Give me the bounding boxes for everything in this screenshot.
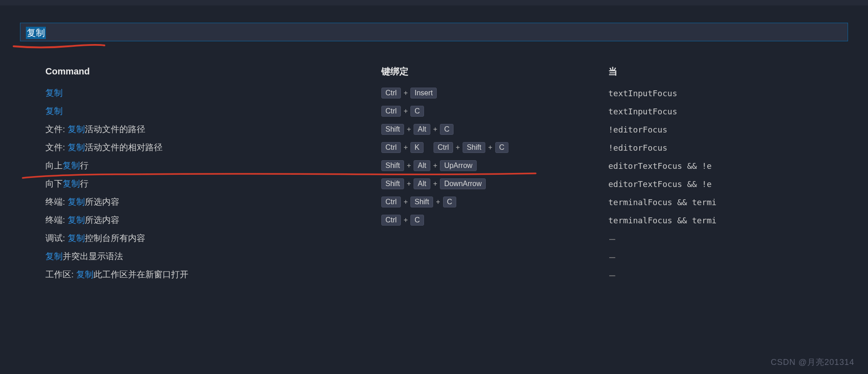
key: Ctrl [434, 142, 453, 153]
key: C [443, 197, 457, 207]
key: Alt [414, 124, 430, 135]
search-container: 复制 [20, 23, 868, 41]
keybinding-cell: Ctrl+Shift+C [381, 197, 608, 207]
watermark: CSDN @月亮201314 [771, 357, 854, 368]
key: Ctrl [381, 197, 401, 207]
command-cell: 调试: 复制控制台所有内容 [45, 232, 381, 244]
keybinding-cell: Shift+Alt+C [381, 124, 608, 135]
when-cell: terminalFocus && termi [608, 216, 868, 225]
table-row[interactable]: 向上复制行Shift+Alt+UpArroweditorTextFocus &&… [45, 157, 868, 175]
keybinding-cell: Ctrl+Insert [381, 88, 608, 98]
key: Shift [381, 124, 404, 135]
key: UpArrow [440, 160, 476, 171]
command-cell: 复制 [45, 87, 381, 99]
key: Insert [410, 88, 437, 98]
header-keybinding: 键绑定 [381, 65, 608, 78]
when-cell: — [608, 233, 868, 244]
when-cell: editorTextFocus && !e [608, 161, 868, 171]
when-cell: !editorFocus [608, 125, 868, 134]
keybinding-cell: Ctrl+C [381, 215, 608, 226]
key: Ctrl [381, 88, 401, 98]
table-row[interactable]: 工作区: 复制此工作区并在新窗口打开— [45, 266, 868, 284]
key: Alt [414, 178, 430, 189]
command-cell: 复制 [45, 105, 381, 117]
when-cell: — [608, 269, 868, 280]
when-cell: editorTextFocus && !e [608, 179, 868, 189]
command-cell: 文件: 复制活动文件的路径 [45, 123, 381, 135]
key: C [410, 215, 424, 226]
key: Ctrl [381, 106, 401, 117]
command-cell: 文件: 复制活动文件的相对路径 [45, 142, 381, 153]
command-cell: 向上复制行 [45, 160, 381, 172]
command-cell: 复制并突出显示语法 [45, 251, 381, 262]
search-input[interactable] [20, 23, 848, 41]
command-cell: 终端: 复制所选内容 [45, 214, 381, 226]
key: Ctrl [381, 215, 401, 226]
when-cell: !editorFocus [608, 143, 868, 153]
annotation-underline-search [14, 42, 104, 45]
key: Alt [414, 160, 430, 171]
table-row[interactable]: 文件: 复制活动文件的相对路径Ctrl+KCtrl+Shift+C!editor… [45, 138, 868, 157]
command-cell: 终端: 复制所选内容 [45, 196, 381, 208]
when-cell: — [608, 251, 868, 262]
keybinding-cell: Shift+Alt+UpArrow [381, 160, 608, 171]
command-cell: 工作区: 复制此工作区并在新窗口打开 [45, 269, 381, 280]
table-header: Command 键绑定 当 [45, 62, 868, 80]
command-cell: 向下复制行 [45, 178, 381, 190]
when-cell: textInputFocus [608, 107, 868, 116]
keybinding-cell: Ctrl+KCtrl+Shift+C [381, 142, 608, 153]
key: Ctrl [381, 142, 401, 153]
when-cell: textInputFocus [608, 89, 868, 98]
table-row[interactable]: 复制并突出显示语法— [45, 247, 868, 266]
key: C [410, 106, 424, 117]
keybinding-cell: Shift+Alt+DownArrow [381, 178, 608, 189]
table-row[interactable]: 向下复制行Shift+Alt+DownArroweditorTextFocus … [45, 175, 868, 193]
table-row[interactable]: 复制Ctrl+InserttextInputFocus [45, 84, 868, 102]
header-when: 当 [608, 65, 868, 78]
key: C [440, 124, 454, 135]
key: DownArrow [440, 178, 486, 189]
key: Shift [463, 142, 485, 153]
table-row[interactable]: 复制Ctrl+CtextInputFocus [45, 102, 868, 120]
editor-tabs: app.php▭设置UserRecharge.php▭键盘快捷方式✕System… [0, 0, 868, 5]
key: K [410, 142, 424, 153]
table-row[interactable]: 终端: 复制所选内容Ctrl+CterminalFocus && termi [45, 211, 868, 229]
shortcuts-table: Command 键绑定 当 复制Ctrl+InserttextInputFocu… [0, 62, 868, 284]
key: Shift [381, 178, 404, 189]
table-row[interactable]: 调试: 复制控制台所有内容— [45, 229, 868, 247]
when-cell: terminalFocus && termi [608, 197, 868, 207]
table-row[interactable]: 文件: 复制活动文件的路径Shift+Alt+C!editorFocus [45, 120, 868, 138]
key: Shift [410, 197, 433, 207]
key: C [495, 142, 509, 153]
key: Shift [381, 160, 404, 171]
table-row[interactable]: 终端: 复制所选内容Ctrl+Shift+CterminalFocus && t… [45, 193, 868, 211]
keybinding-cell: Ctrl+C [381, 106, 608, 117]
header-command: Command [45, 66, 381, 77]
